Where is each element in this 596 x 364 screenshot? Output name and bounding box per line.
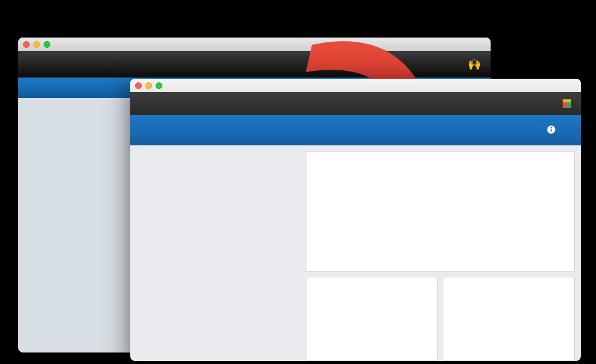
zoom-button[interactable] (44, 41, 50, 48)
close-button[interactable] (23, 41, 30, 48)
toolbar (130, 115, 581, 145)
module-grid (130, 145, 306, 361)
svg-rect-2 (563, 99, 571, 102)
cheer-icon: 🙌 (468, 58, 481, 71)
greeting-bar (130, 92, 581, 115)
minimize-button[interactable] (145, 82, 152, 89)
greatest-accounts-chart (443, 277, 575, 361)
about-latest-button[interactable] (522, 125, 581, 136)
zoom-button[interactable] (156, 82, 162, 89)
app-logo-icon (561, 98, 572, 111)
invoices-chart (306, 151, 575, 272)
svg-point-5 (551, 127, 552, 128)
back-titlebar (18, 38, 491, 51)
minimize-button[interactable] (33, 41, 40, 48)
front-titlebar (130, 79, 581, 92)
best-sellers-chart (306, 277, 438, 361)
back-header: 🙌 (18, 51, 491, 78)
svg-rect-4 (551, 128, 551, 131)
front-window (130, 79, 581, 361)
close-button[interactable] (135, 82, 142, 89)
